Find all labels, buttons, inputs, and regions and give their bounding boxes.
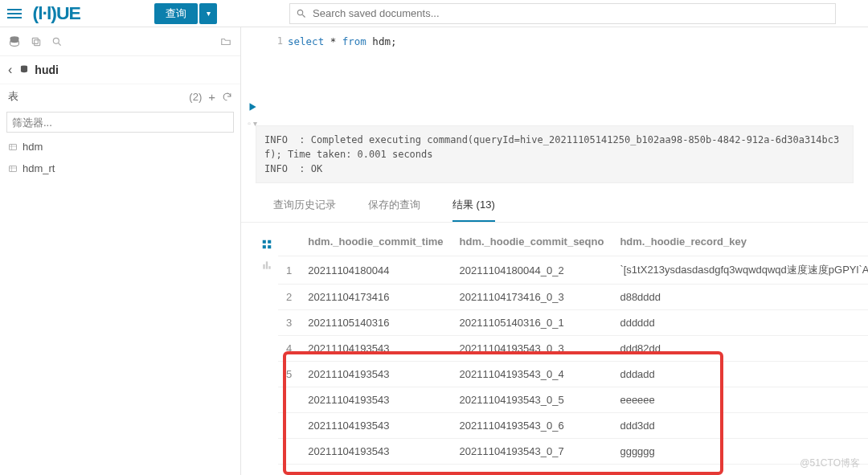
database-icon — [18, 64, 30, 76]
svg-rect-9 — [10, 166, 17, 171]
watermark: @51CTO博客 — [800, 457, 860, 470]
svg-line-4 — [59, 43, 61, 45]
sql-editor[interactable]: select * from hdm; — [288, 34, 868, 119]
database-name: hudi — [35, 63, 59, 76]
refresh-icon[interactable] — [222, 92, 232, 102]
table-item-hdm[interactable]: hdm — [0, 136, 240, 158]
tab-saved[interactable]: 保存的查询 — [368, 198, 420, 222]
query-dropdown[interactable]: ▾ — [199, 3, 217, 24]
info-log: INFO : Completed executing command(query… — [256, 125, 854, 183]
tables-label: 表 — [8, 89, 18, 104]
svg-rect-15 — [268, 245, 271, 248]
table-row[interactable]: 12021110418004420211104180044_0_2`[s1tX2… — [278, 256, 868, 285]
table-row[interactable]: 42021110419354320211104193543_0_3ddd82dd — [278, 336, 868, 362]
table-row[interactable]: 2021110514031620211105140316_0_2llllll — [278, 465, 868, 476]
svg-rect-13 — [268, 240, 271, 244]
query-button[interactable]: 查询 — [154, 3, 198, 24]
sidebar: ‹ hudi 表 (2) + hdm hdm_rt — [0, 27, 241, 475]
table-row[interactable]: 52021110419354320211104193543_0_4dddadd — [278, 362, 868, 387]
tab-results[interactable]: 结果 (13) — [452, 198, 495, 222]
col-commit-seqno[interactable]: hdm._hoodie_commit_seqno — [452, 227, 612, 256]
col-commit-time[interactable]: hdm._hoodie_commit_time — [300, 227, 451, 256]
col-record-key[interactable]: hdm._hoodie_record_key — [612, 227, 868, 256]
hue-logo: (l·l)UE — [34, 3, 154, 24]
table-row[interactable]: 2021110419354320211104193543_0_5eeeeee — [278, 387, 868, 413]
search-icon — [296, 8, 307, 19]
results-table: hdm._hoodie_commit_time hdm._hoodie_comm… — [278, 227, 868, 475]
svg-point-3 — [53, 38, 59, 43]
tables-count: (2) — [189, 91, 202, 103]
svg-rect-14 — [263, 245, 266, 248]
line-gutter: 1 — [264, 34, 288, 119]
filter-input[interactable] — [6, 112, 234, 133]
menu-icon[interactable] — [0, 9, 29, 18]
add-icon[interactable]: + — [208, 90, 215, 104]
stop-button[interactable]: ▫ ▾ — [248, 119, 256, 128]
svg-rect-17 — [266, 261, 268, 268]
table-item-hdm-rt[interactable]: hdm_rt — [0, 158, 240, 179]
download-icon[interactable] — [261, 280, 272, 292]
svg-rect-2 — [32, 38, 38, 43]
svg-rect-12 — [263, 240, 266, 244]
zoom-icon[interactable] — [51, 36, 63, 47]
grid-view-icon[interactable] — [261, 239, 272, 250]
svg-rect-18 — [268, 266, 270, 269]
table-row[interactable]: 22021110417341620211104173416_0_3d88dddd — [278, 285, 868, 310]
svg-rect-1 — [35, 39, 40, 45]
table-row[interactable]: 2021110419354320211104193543_0_7gggggg — [278, 439, 868, 465]
table-icon — [8, 142, 18, 152]
svg-rect-6 — [10, 144, 17, 149]
folder-icon[interactable] — [219, 36, 232, 47]
breadcrumb[interactable]: ‹ hudi — [0, 56, 240, 84]
chart-icon[interactable] — [261, 260, 272, 271]
chevron-left-icon: ‹ — [8, 63, 12, 77]
run-button[interactable] — [247, 101, 258, 113]
copy-icon[interactable] — [31, 36, 42, 47]
table-icon — [8, 164, 18, 174]
table-row[interactable]: 32021110514031620211105140316_0_1dddddd — [278, 310, 868, 336]
svg-rect-16 — [263, 264, 264, 269]
search-input[interactable] — [289, 3, 836, 24]
tab-history[interactable]: 查询历史记录 — [273, 198, 336, 222]
table-row[interactable]: 2021110419354320211104193543_0_6ddd3dd — [278, 413, 868, 439]
db-icon[interactable] — [8, 35, 21, 48]
